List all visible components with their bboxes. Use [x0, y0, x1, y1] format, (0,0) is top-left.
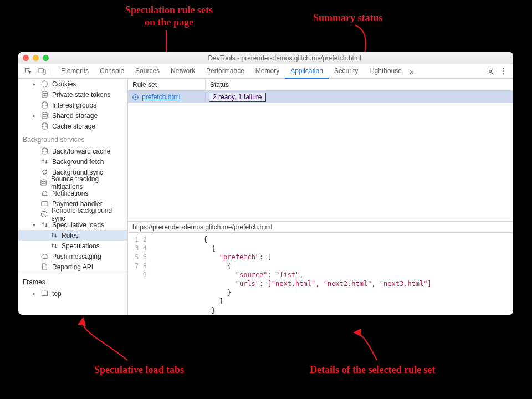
chevron-icon: ▸ — [31, 112, 37, 119]
sidebar-item-rules[interactable]: Rules — [18, 230, 127, 241]
chevron-icon: ▸ — [31, 290, 37, 296]
tab-memory[interactable]: Memory — [250, 64, 285, 79]
rule-set-table: Rule set Status prefetch.html 2 ready, 1… — [128, 79, 513, 222]
maximize-window-button[interactable] — [43, 55, 49, 61]
tab-console[interactable]: Console — [94, 64, 130, 79]
sidebar-item-label: Periodic background sync — [52, 207, 124, 222]
sidebar-item-cache-storage[interactable]: Cache storage — [18, 121, 127, 131]
sidebar-heading-frames: Frames — [18, 276, 127, 288]
tab-network[interactable]: Network — [165, 64, 201, 79]
sidebar-item-cookies[interactable]: ▸Cookies — [18, 79, 127, 89]
tab-security[interactable]: Security — [329, 64, 364, 79]
table-row[interactable]: prefetch.html 2 ready, 1 failure — [128, 91, 513, 103]
bell-icon — [40, 189, 49, 197]
sync-icon — [40, 168, 49, 176]
tab-performance[interactable]: Performance — [201, 64, 250, 79]
svg-point-11 — [42, 148, 47, 150]
annotation-rule-details: Details of the selected rule set — [310, 364, 435, 376]
sidebar-item-label: Push messaging — [52, 253, 101, 260]
doc-icon — [40, 263, 49, 271]
application-sidebar: ▸CookiesPrivate state tokensInterest gro… — [18, 79, 128, 315]
svg-point-10 — [42, 123, 47, 125]
updown-icon — [40, 157, 49, 166]
sidebar-item-shared-storage[interactable]: ▸Shared storage — [18, 110, 127, 121]
inspect-icon[interactable] — [23, 66, 33, 76]
svg-point-8 — [42, 102, 47, 104]
db-icon — [40, 122, 49, 130]
sidebar-item-label: Reporting API — [52, 263, 93, 271]
sidebar-item-label: Background fetch — [52, 158, 104, 166]
source-code-view[interactable]: 1 2 3 4 5 6 7 8 9 { { "prefetch": [ { "s… — [128, 233, 513, 315]
sidebar-item-label: Back/forward cache — [52, 147, 110, 155]
cloud-icon — [40, 252, 49, 260]
svg-point-3 — [503, 68, 504, 70]
updown-icon — [49, 242, 58, 250]
sidebar-item-push-messaging[interactable]: Push messaging — [18, 251, 127, 262]
svg-rect-13 — [41, 202, 47, 206]
chevron-icon: ▾ — [31, 222, 37, 228]
source-path: https://prerender-demos.glitch.me/prefet… — [128, 222, 513, 233]
settings-icon[interactable] — [485, 66, 495, 76]
svg-point-9 — [42, 112, 47, 115]
sidebar-item-interest-groups[interactable]: Interest groups — [18, 100, 127, 110]
main-content: Rule set Status prefetch.html 2 ready, 1… — [128, 79, 513, 315]
sidebar-item-reporting-api[interactable]: Reporting API — [18, 262, 127, 272]
sidebar-item-back-forward-cache[interactable]: Back/forward cache — [18, 146, 127, 156]
svg-point-7 — [42, 91, 47, 94]
window-title: DevTools - prerender-demos.glitch.me/pre… — [60, 54, 509, 62]
annotation-speculative-tabs: Speculative load tabs — [94, 364, 184, 376]
svg-point-5 — [503, 73, 504, 75]
sidebar-item-label: Speculative loads — [52, 221, 104, 229]
tabs-overflow-button[interactable]: » — [407, 67, 416, 76]
column-header-rule-set[interactable]: Rule set — [128, 79, 206, 90]
rule-set-name: prefetch.html — [142, 93, 180, 101]
tab-lighthouse[interactable]: Lighthouse — [364, 64, 407, 79]
main-toolbar: ElementsConsoleSourcesNetworkPerformance… — [18, 64, 513, 79]
kebab-menu-icon[interactable] — [498, 66, 508, 76]
rule-set-link[interactable]: prefetch.html — [128, 93, 206, 101]
sidebar-item-private-state-tokens[interactable]: Private state tokens — [18, 89, 127, 100]
tab-sources[interactable]: Sources — [130, 64, 165, 79]
target-icon — [131, 93, 140, 101]
sidebar-item-label: Notifications — [52, 190, 88, 197]
sidebar-item-top[interactable]: ▸top — [18, 288, 127, 299]
sidebar-item-bounce-tracking-mitigations[interactable]: Bounce tracking mitigations — [18, 177, 127, 188]
sidebar-item-label: Private state tokens — [52, 91, 110, 99]
devtools-window: DevTools - prerender-demos.glitch.me/pre… — [18, 52, 513, 315]
sidebar-item-label: Bounce tracking mitigations — [51, 175, 124, 191]
sidebar-item-label: top — [52, 290, 62, 298]
svg-point-4 — [503, 70, 504, 72]
updown-icon — [49, 231, 58, 239]
annotation-summary-status: Summary status — [313, 12, 383, 24]
sidebar-heading-background-services: Background services — [18, 131, 127, 146]
close-window-button[interactable] — [23, 55, 29, 61]
device-toolbar-icon[interactable] — [37, 66, 47, 76]
sidebar-item-label: Speculations — [62, 242, 100, 250]
db-icon — [40, 147, 49, 155]
tab-elements[interactable]: Elements — [55, 64, 94, 79]
sidebar-item-background-fetch[interactable]: Background fetch — [18, 156, 127, 167]
minimize-window-button[interactable] — [33, 55, 39, 61]
sidebar-item-label: Interest groups — [52, 101, 96, 109]
svg-point-6 — [41, 81, 47, 87]
tab-application[interactable]: Application — [285, 64, 329, 79]
sidebar-item-periodic-background-sync[interactable]: Periodic background sync — [18, 209, 127, 219]
db-icon — [39, 178, 48, 187]
db-icon — [40, 90, 49, 99]
frame-icon — [40, 289, 49, 298]
sidebar-item-speculations[interactable]: Speculations — [18, 241, 127, 251]
window-controls — [23, 55, 49, 61]
clock-icon — [40, 210, 48, 218]
sidebar-item-label: Cookies — [52, 80, 76, 88]
sidebar-item-label: Shared storage — [52, 112, 98, 120]
column-header-status[interactable]: Status — [206, 79, 513, 90]
status-chip[interactable]: 2 ready, 1 failure — [209, 93, 266, 102]
updown-icon — [40, 221, 49, 229]
sidebar-item-label: Cache storage — [52, 122, 95, 130]
db-icon — [40, 111, 49, 120]
svg-point-2 — [489, 70, 491, 72]
db-icon — [40, 101, 49, 109]
svg-point-17 — [135, 96, 136, 98]
svg-point-12 — [41, 180, 46, 182]
chevron-icon: ▸ — [31, 81, 37, 87]
